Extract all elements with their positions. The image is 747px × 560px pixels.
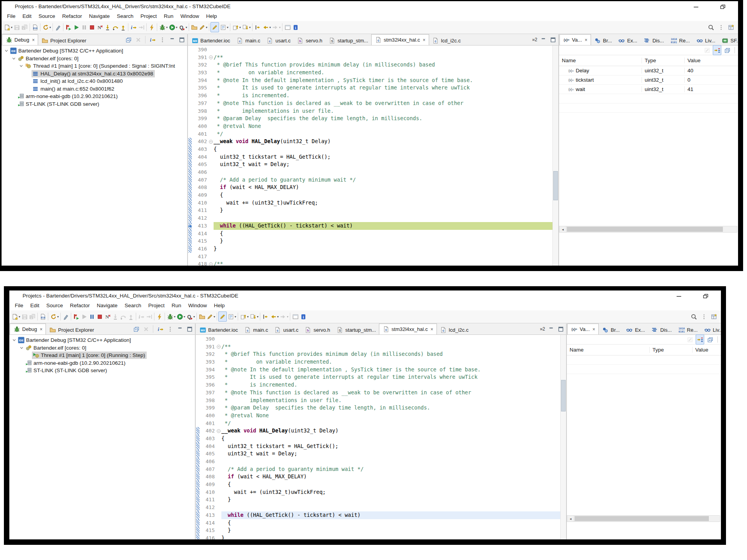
step-over-button[interactable] xyxy=(111,23,119,32)
code-line-412[interactable]: 412 xyxy=(188,214,553,222)
expand-chevron-icon[interactable] xyxy=(11,56,17,61)
next-annotation-button[interactable]: ▾ xyxy=(249,312,259,321)
code-line-406[interactable]: 406 xyxy=(196,458,561,466)
dropdown-arrow-icon[interactable]: ▾ xyxy=(206,26,207,29)
code-line-397[interactable]: 397 * @note This function is declared as… xyxy=(196,389,561,397)
column-value[interactable]: Value xyxy=(685,58,738,63)
menu-refactor[interactable]: Refactor xyxy=(67,303,93,308)
view-tab-re[interactable]: 10100101Re... xyxy=(675,325,701,334)
variable-row[interactable]: (x)=waituint32_t41 xyxy=(559,85,738,94)
editor-tab-usart-c[interactable]: cusart.c xyxy=(263,36,294,45)
dropdown-arrow-icon[interactable]: ▾ xyxy=(277,315,279,318)
code-editor[interactable]: 390391/**392 * @brief This function prov… xyxy=(188,46,558,266)
dropdown-arrow-icon[interactable]: ▾ xyxy=(235,315,236,318)
code-line-393[interactable]: 393 * on variable incremented. xyxy=(188,69,553,77)
code-line-414[interactable]: 414 { xyxy=(196,519,561,527)
code-line-399[interactable]: 399 * @param Delay specifies the delay t… xyxy=(196,404,561,412)
search-button[interactable] xyxy=(707,23,715,32)
column-type[interactable]: Type xyxy=(642,58,685,63)
resume-button[interactable] xyxy=(72,23,80,32)
code-line-396[interactable]: 396 * is incremented. xyxy=(196,381,561,389)
run-button[interactable]: ▾ xyxy=(168,23,178,32)
view-tab-liv[interactable]: Liv... xyxy=(701,325,721,334)
code-line-392[interactable]: 392 * @brief This function provides mini… xyxy=(188,61,553,69)
next-annotation-button[interactable]: ▾ xyxy=(241,23,251,32)
minimize-view-button[interactable] xyxy=(539,35,547,44)
dropdown-arrow-icon[interactable]: ▾ xyxy=(269,26,271,29)
editor-tab-lcd-i2c-c[interactable]: clcd_i2c.c xyxy=(437,325,472,334)
scrollbar-thumb[interactable] xyxy=(575,516,709,521)
code-line-393[interactable]: 393 * on variable incremented. xyxy=(196,358,561,366)
menu-file[interactable]: File xyxy=(4,13,19,19)
view-tab-ex[interactable]: Ex... xyxy=(623,325,648,334)
disconnect-button[interactable]: N xyxy=(103,312,111,321)
menu-window[interactable]: Window xyxy=(185,303,210,308)
collapse-all-button[interactable] xyxy=(132,324,140,334)
last-edit-button[interactable] xyxy=(254,23,261,32)
menu-edit[interactable]: Edit xyxy=(19,13,35,19)
back-button[interactable]: ▾ xyxy=(269,312,279,321)
scrollbar-thumb[interactable] xyxy=(553,171,558,201)
dropdown-arrow-icon[interactable]: ▾ xyxy=(279,26,281,29)
fold-icon[interactable] xyxy=(208,138,214,145)
editor-tab-stm32l4xx-hal-c[interactable]: cstm32l4xx_hal.c× xyxy=(379,324,437,334)
step-filters-button[interactable] xyxy=(145,312,153,321)
code-line-405[interactable]: 405 uint32_t wait = Delay; xyxy=(188,161,553,168)
code-line-407[interactable]: 407 /* Add a period to guaranty minimum … xyxy=(188,176,553,184)
menu-search[interactable]: Search xyxy=(113,13,137,19)
debug-button[interactable]: ▾ xyxy=(166,312,176,321)
code-line-403[interactable]: 403{ xyxy=(188,145,553,153)
view-tab-br[interactable]: Br... xyxy=(591,36,615,45)
terminate-button[interactable] xyxy=(88,23,96,32)
scroll-left-arrow[interactable]: ◂ xyxy=(567,516,574,522)
code-line-401[interactable]: 401 */ xyxy=(188,130,553,138)
editor-scrollbar[interactable] xyxy=(560,335,566,539)
view-menu-button[interactable] xyxy=(158,35,166,44)
minimize-view-button[interactable] xyxy=(176,324,184,334)
code-line-411[interactable]: 411 } xyxy=(188,206,553,214)
dropdown-arrow-icon[interactable]: ▾ xyxy=(249,26,251,29)
code-line-418[interactable]: 418/** xyxy=(188,260,553,266)
search-button[interactable] xyxy=(690,312,698,321)
debug-tree-row[interactable]: Bartender.elf [cores: 0] xyxy=(9,344,195,352)
editor-presentation-button[interactable] xyxy=(284,23,291,32)
view-tab-dis[interactable]: Dis... xyxy=(648,325,675,334)
debug-tree-row[interactable]: ST-LINK (ST-LINK GDB server) xyxy=(9,367,195,374)
step-into-button[interactable] xyxy=(111,312,119,321)
code-editor[interactable]: 390391/**392 * @brief This function prov… xyxy=(196,335,566,539)
new-wizard-button[interactable]: ▾ xyxy=(11,312,21,321)
code-line-415[interactable]: 415 } xyxy=(196,527,561,534)
code-line-391[interactable]: 391/** xyxy=(196,343,561,351)
variables-hscrollbar[interactable]: ◂ xyxy=(567,515,720,522)
dropdown-arrow-icon[interactable]: ▾ xyxy=(247,315,249,318)
binary-object-button[interactable]: 010 xyxy=(31,23,39,32)
open-task-button[interactable] xyxy=(198,312,206,321)
column-name[interactable]: Name xyxy=(559,58,642,63)
fold-icon[interactable] xyxy=(216,427,221,435)
view-tab-va[interactable]: (x)=Va...× xyxy=(567,324,599,334)
column-type[interactable]: Type xyxy=(650,347,693,353)
code-line-402[interactable]: 402__weak void HAL_Delay(uint32_t Delay) xyxy=(196,427,561,435)
code-line-394[interactable]: 394 * @note In the default implementatio… xyxy=(196,366,561,374)
code-line-409[interactable]: 409 { xyxy=(196,481,561,488)
code-line-403[interactable]: 403{ xyxy=(196,435,561,443)
clean-button[interactable] xyxy=(62,312,70,321)
maximize-view-button[interactable] xyxy=(549,35,557,44)
resume-button[interactable] xyxy=(80,312,88,321)
code-line-399[interactable]: 399 * @param Delay specifies the delay t… xyxy=(188,115,553,122)
step-over-button[interactable] xyxy=(119,312,127,321)
code-line-415[interactable]: 415 } xyxy=(188,237,553,245)
save-all-button[interactable] xyxy=(28,312,36,321)
dropdown-arrow-icon[interactable]: ▾ xyxy=(174,315,175,318)
mark-occurrences-button[interactable] xyxy=(210,22,219,32)
debug-button[interactable]: ▾ xyxy=(158,23,168,32)
code-line-409[interactable]: 409 { xyxy=(188,191,553,199)
terminate-button[interactable] xyxy=(96,312,103,321)
code-line-398[interactable]: 398 * implementations in user file. xyxy=(196,397,561,404)
menu-refactor[interactable]: Refactor xyxy=(59,13,86,19)
last-edit-button[interactable] xyxy=(261,312,269,321)
dropdown-arrow-icon[interactable]: ▾ xyxy=(176,26,177,29)
code-line-408[interactable]: 408 if (wait < HAL_MAX_DELAY) xyxy=(196,473,561,481)
dropdown-arrow-icon[interactable]: ▾ xyxy=(184,315,185,318)
instruction-stepping-button[interactable]: i xyxy=(130,23,137,32)
